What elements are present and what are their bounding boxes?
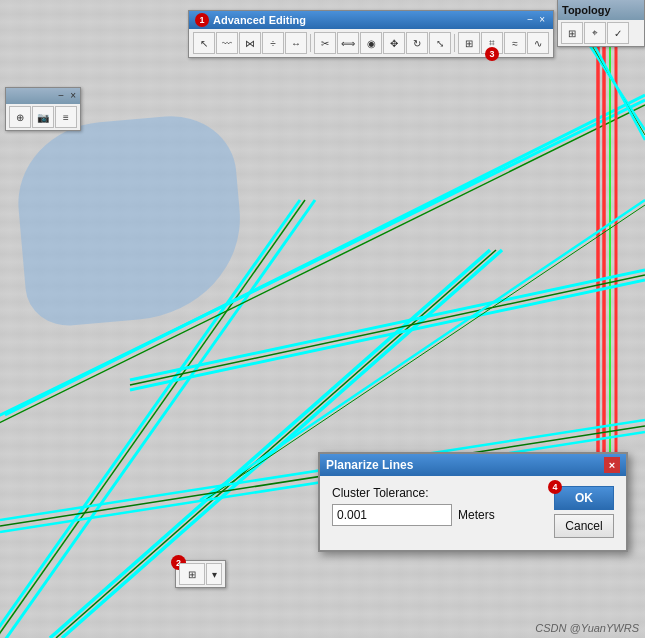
toolbar-advanced-icons: ↖ 〰 ⋈ ÷ ↔ ✂ ⟺ ◉ ✥ ↻ ⤡ ⊞ ⌗ 3 ≈ ∿ [189, 29, 553, 57]
toolbar-advanced: 1 Advanced Editing − × ↖ 〰 ⋈ ÷ ↔ ✂ ⟺ ◉ ✥… [188, 10, 554, 58]
svg-line-7 [56, 250, 496, 638]
small-tool-2[interactable]: 📷 [32, 106, 54, 128]
dialog-fields: Cluster Tolerance: Meters [332, 486, 546, 534]
floating-tool-main[interactable]: ⊞ [179, 563, 205, 585]
topology-tool-2[interactable]: ⌖ [584, 22, 606, 44]
badge-3: 3 [485, 47, 499, 61]
topology-tool-3[interactable]: ✓ [607, 22, 629, 44]
svg-line-6 [50, 250, 490, 638]
toolbar-advanced-close[interactable]: × [537, 15, 547, 25]
floating-tool: 2 ⊞ ▾ [175, 560, 226, 588]
generalize-icon[interactable]: ≈ [504, 32, 526, 54]
svg-line-2 [5, 200, 315, 638]
split-tool-icon[interactable]: ⋈ [239, 32, 261, 54]
toolbar-advanced-pin[interactable]: − [525, 15, 535, 25]
toolbar-small-pin[interactable]: − [56, 91, 66, 101]
badge-1: 1 [195, 13, 209, 27]
split-line-icon[interactable]: ÷ [262, 32, 284, 54]
globe-icon[interactable]: ◉ [360, 32, 382, 54]
toolbar-small: − × ⊕ 📷 ≡ [5, 87, 81, 131]
ok-button-wrapper: 4 OK [554, 486, 614, 510]
toolbar-advanced-titlebar[interactable]: 1 Advanced Editing − × [189, 11, 553, 29]
toolbar-topology: Topology ⊞ ⌖ ✓ [557, 0, 645, 47]
ok-button[interactable]: OK [554, 486, 614, 510]
planarize-dialog: Planarize Lines × Cluster Tolerance: Met… [318, 452, 628, 552]
cluster-tolerance-input[interactable] [332, 504, 452, 526]
extend-icon[interactable]: ↔ [285, 32, 307, 54]
unit-label: Meters [458, 508, 495, 522]
dialog-titlebar[interactable]: Planarize Lines × [320, 454, 626, 476]
reshape-icon[interactable]: ↖ [193, 32, 215, 54]
toolbar-small-close[interactable]: × [68, 91, 78, 101]
toolbar-small-icons: ⊕ 📷 ≡ [6, 104, 80, 130]
topology-tool-1[interactable]: ⊞ [561, 22, 583, 44]
dialog-buttons: 4 OK Cancel [554, 486, 614, 538]
planarize-icon[interactable]: ⌗ 3 [481, 32, 503, 54]
toolbar-advanced-controls: − × [525, 15, 547, 25]
badge-4: 4 [548, 480, 562, 494]
toolbar-advanced-title: Advanced Editing [213, 14, 306, 26]
sep1 [310, 34, 311, 52]
trim-icon[interactable]: ✂ [314, 32, 336, 54]
svg-line-1 [0, 200, 305, 638]
floating-tool-dropdown[interactable]: ▾ [206, 563, 222, 585]
small-tool-3[interactable]: ≡ [55, 106, 77, 128]
svg-line-5 [5, 95, 645, 415]
move-icon[interactable]: ✥ [383, 32, 405, 54]
sep2 [454, 34, 455, 52]
svg-line-16 [130, 270, 645, 380]
small-tool-1[interactable]: ⊕ [9, 106, 31, 128]
align-icon[interactable]: ⊞ [458, 32, 480, 54]
dialog-body: Cluster Tolerance: Meters 4 OK Cancel [320, 476, 626, 550]
svg-line-3 [0, 100, 645, 420]
dialog-close-button[interactable]: × [604, 457, 620, 473]
toolbar-small-titlebar[interactable]: − × [6, 88, 80, 104]
topology-title: Topology [558, 0, 644, 20]
topology-icons: ⊞ ⌖ ✓ [558, 20, 644, 46]
scale-icon[interactable]: ⤡ [429, 32, 451, 54]
watermark: CSDN @YuanYWRS [535, 622, 639, 634]
rotate-icon[interactable]: ↻ [406, 32, 428, 54]
cluster-tolerance-label: Cluster Tolerance: [332, 486, 546, 500]
trace-icon[interactable]: 〰 [216, 32, 238, 54]
cancel-button[interactable]: Cancel [554, 514, 614, 538]
dialog-input-row: Meters [332, 504, 546, 526]
dialog-content-row: Cluster Tolerance: Meters 4 OK Cancel [332, 486, 614, 538]
dialog-title: Planarize Lines [326, 458, 413, 472]
smooth-icon[interactable]: ∿ [527, 32, 549, 54]
mirror-icon[interactable]: ⟺ [337, 32, 359, 54]
